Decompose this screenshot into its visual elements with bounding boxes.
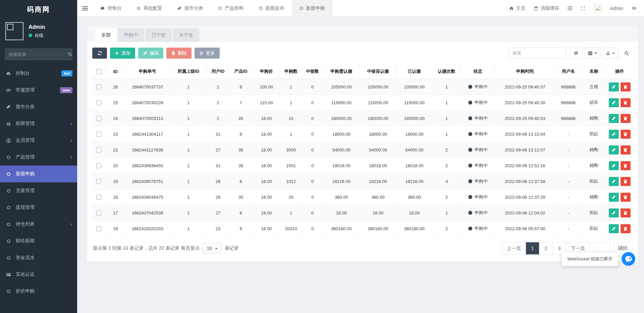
- sidebar-item-常规管理[interactable]: ⚙⚙常规管理new: [0, 82, 77, 99]
- sidebar-item-实名认证[interactable]: 实名认证: [0, 266, 77, 283]
- add-button[interactable]: 添加: [110, 48, 135, 59]
- row-delete-button[interactable]: [621, 145, 631, 154]
- export-button[interactable]: [602, 48, 618, 59]
- column-header[interactable]: 状态: [461, 64, 495, 79]
- column-header[interactable]: 操作: [606, 64, 633, 79]
- clear-cache-button[interactable]: 清除缓存: [534, 5, 559, 11]
- row-edit-button[interactable]: [609, 208, 619, 217]
- row-checkbox[interactable]: [96, 195, 101, 200]
- row-delete-button[interactable]: [621, 177, 631, 186]
- refresh-button[interactable]: [92, 48, 107, 59]
- row-edit-button[interactable]: [609, 145, 619, 154]
- sidebar-item-新股申购[interactable]: 新股申购: [0, 166, 77, 182]
- user-avatar[interactable]: [593, 4, 602, 13]
- filter-tab-申购中[interactable]: 申购中: [118, 28, 144, 42]
- menu-search-input[interactable]: [9, 52, 68, 57]
- row-delete-button[interactable]: [621, 114, 631, 123]
- fullscreen-icon[interactable]: [581, 6, 585, 11]
- circle-icon: [299, 6, 304, 10]
- chat-button[interactable]: [622, 252, 635, 266]
- filter-tab-已中签[interactable]: 已中签: [146, 28, 172, 42]
- row-delete-button[interactable]: [621, 224, 631, 233]
- sidebar-item-资金流水[interactable]: 资金流水: [0, 249, 77, 266]
- row-checkbox[interactable]: [96, 163, 101, 168]
- row-delete-button[interactable]: [621, 130, 631, 139]
- more-button[interactable]: ⚙ 更多: [195, 48, 220, 59]
- topbar-tab-控制台[interactable]: 控制台: [93, 0, 129, 16]
- row-checkbox[interactable]: [96, 84, 101, 89]
- row-checkbox[interactable]: [96, 179, 101, 184]
- row-edit-button[interactable]: [609, 193, 619, 202]
- row-checkbox[interactable]: [96, 147, 101, 152]
- column-header[interactable]: 所属上级ID: [170, 64, 207, 79]
- detail-view-button[interactable]: [570, 48, 583, 59]
- row-delete-button[interactable]: [621, 82, 631, 91]
- edit-button[interactable]: 编辑: [138, 48, 163, 59]
- row-edit-button[interactable]: [609, 114, 619, 123]
- topbar-tab-新股申购[interactable]: 新股申购: [292, 0, 332, 16]
- column-header[interactable]: 中签数: [302, 64, 323, 79]
- sidebar-item-持仓列表[interactable]: 持仓列表‹: [0, 216, 77, 233]
- topbar-tab-股市分类[interactable]: 股市分类: [170, 0, 211, 16]
- row-checkbox[interactable]: [96, 116, 101, 121]
- search-icon[interactable]: [68, 52, 72, 57]
- row-edit-button[interactable]: [609, 82, 619, 91]
- row-checkbox[interactable]: [96, 132, 101, 137]
- search-button[interactable]: [620, 48, 633, 59]
- column-header[interactable]: 申购时间: [495, 64, 555, 79]
- sidebar-item-产品管理[interactable]: 产品管理‹: [0, 149, 77, 166]
- column-header[interactable]: 用户名: [555, 64, 582, 79]
- columns-button[interactable]: ▦: [585, 48, 600, 59]
- sidebar-item-提现管理[interactable]: 提现管理: [0, 199, 77, 216]
- column-header[interactable]: 产品ID: [229, 64, 253, 79]
- sidebar-item-财经新闻[interactable]: 财经新闻: [0, 233, 77, 249]
- row-edit-button[interactable]: [609, 130, 619, 139]
- menu-toggle-button[interactable]: [77, 0, 93, 16]
- row-delete-button[interactable]: [621, 161, 631, 170]
- page-number-button[interactable]: 1: [526, 242, 539, 254]
- row-edit-button[interactable]: [609, 177, 619, 186]
- cell-need_pay: 360180.00: [323, 221, 360, 237]
- topbar-tab-产品资料[interactable]: 产品资料: [211, 0, 251, 16]
- delete-button[interactable]: 删除: [166, 48, 192, 59]
- column-header[interactable]: 中签应认缴: [360, 64, 396, 79]
- page-number-button[interactable]: 2: [539, 242, 553, 254]
- row-delete-button[interactable]: [621, 193, 631, 202]
- topbar-tab-系统配置[interactable]: ⚙系统配置: [129, 0, 170, 16]
- filter-tab-未中签[interactable]: 未中签: [173, 28, 199, 42]
- column-header[interactable]: 名称: [582, 64, 606, 79]
- column-header[interactable]: 申购价: [253, 64, 280, 79]
- settings-gears-icon[interactable]: ⚙⚙: [631, 6, 637, 10]
- row-checkbox[interactable]: [96, 226, 101, 231]
- column-header[interactable]: 申购单号: [125, 64, 169, 79]
- select-all-checkbox[interactable]: [96, 69, 101, 74]
- filter-tab-全部[interactable]: 全部: [95, 28, 117, 42]
- topbar-tab-新股发布[interactable]: 新股发布: [251, 0, 292, 16]
- cell-id: 22: [106, 142, 125, 158]
- column-header[interactable]: 认缴次数: [432, 64, 461, 79]
- table-search-input[interactable]: [509, 48, 566, 59]
- row-edit-button[interactable]: [609, 98, 619, 107]
- row-delete-button[interactable]: [621, 98, 631, 107]
- sidebar-item-权限管理[interactable]: 权限管理‹: [0, 115, 77, 132]
- column-header[interactable]: 申购数: [280, 64, 302, 79]
- column-header[interactable]: 申购需认缴: [323, 64, 360, 79]
- sidebar-item-折价申购[interactable]: 折价申购: [0, 283, 77, 300]
- prev-page-button[interactable]: 上一页: [502, 242, 526, 254]
- sidebar-item-充值管理[interactable]: 充值管理: [0, 182, 77, 199]
- sidebar-item-会员管理[interactable]: 会员管理‹: [0, 132, 77, 149]
- page-size-select[interactable]: 10: [203, 243, 222, 254]
- sidebar-item-控制台[interactable]: 控制台hot: [0, 65, 77, 82]
- row-delete-button[interactable]: [621, 208, 631, 217]
- row-checkbox[interactable]: [96, 100, 101, 105]
- column-header[interactable]: 用户ID: [207, 64, 229, 79]
- sidebar-item-股市分类[interactable]: 股市分类: [0, 99, 77, 115]
- row-edit-button[interactable]: [609, 161, 619, 170]
- row-checkbox[interactable]: [96, 210, 101, 215]
- topbar-username[interactable]: Admin: [610, 6, 624, 11]
- home-button[interactable]: 主页: [509, 5, 526, 11]
- column-header[interactable]: ID: [106, 64, 125, 79]
- column-header[interactable]: 已认缴: [396, 64, 432, 79]
- row-edit-button[interactable]: [609, 224, 619, 233]
- language-icon[interactable]: [568, 6, 573, 11]
